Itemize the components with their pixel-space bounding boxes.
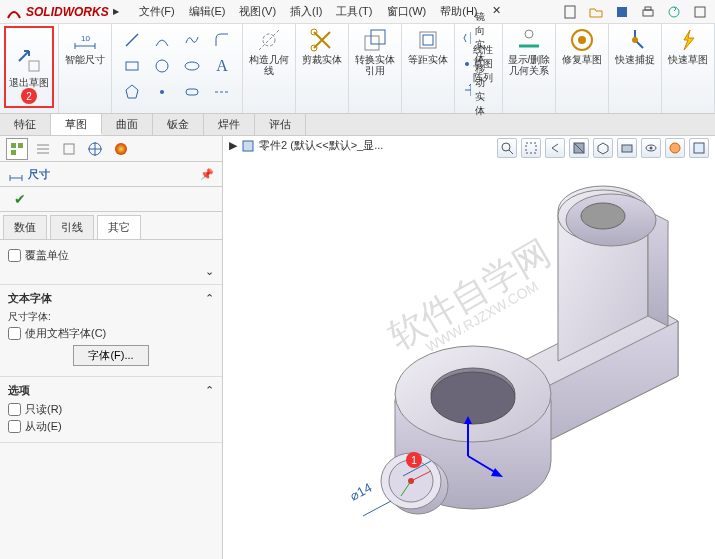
offset-entities-button[interactable]: 等距实体 (406, 26, 450, 65)
menu-edit[interactable]: 编辑(E) (189, 4, 226, 19)
offset-icon (414, 26, 442, 54)
circle-tool[interactable] (148, 54, 176, 78)
part-icon (241, 139, 255, 153)
previous-view-icon[interactable] (545, 138, 565, 158)
point-tool[interactable] (148, 80, 176, 104)
apply-scene-icon[interactable] (689, 138, 709, 158)
spline-tool[interactable] (178, 28, 206, 52)
svg-rect-38 (64, 144, 74, 154)
menu-tools[interactable]: 工具(T) (336, 4, 372, 19)
solidworks-icon (6, 4, 22, 20)
exit-sketch-button[interactable]: 退出草图 2 (4, 26, 54, 108)
svg-text:10: 10 (81, 34, 90, 43)
text-tool[interactable]: A (208, 54, 236, 78)
panel-tabs (0, 136, 222, 162)
font-button[interactable]: 字体(F)... (73, 345, 148, 366)
text-font-heading: 文本字体 (8, 291, 52, 306)
fillet-tool[interactable] (208, 28, 236, 52)
svg-rect-43 (243, 141, 253, 151)
part-model[interactable]: ⌀14 (263, 176, 693, 556)
convert-entities-button[interactable]: 转换实体引用 (353, 26, 397, 76)
trim-button[interactable]: 剪裁实体 (300, 26, 344, 65)
smart-dimension-button[interactable]: 10 智能尺寸 (63, 26, 107, 65)
lightning-icon (674, 26, 702, 54)
appearance-tab[interactable] (110, 138, 132, 160)
polygon-tool[interactable] (118, 80, 146, 104)
use-doc-font-checkbox[interactable]: 使用文档字体(C) (8, 326, 214, 341)
open-icon[interactable] (587, 3, 605, 21)
line-tool[interactable] (118, 28, 146, 52)
arc-tool[interactable] (148, 28, 176, 52)
svg-point-56 (581, 203, 625, 229)
tab-evaluate[interactable]: 评估 (255, 114, 306, 135)
rebuild-icon[interactable] (665, 3, 683, 21)
svg-rect-20 (365, 36, 379, 50)
view-orientation-icon[interactable] (593, 138, 613, 158)
menu-insert[interactable]: 插入(I) (290, 4, 322, 19)
zoom-area-icon[interactable] (521, 138, 541, 158)
menu-window[interactable]: 窗口(W) (387, 4, 427, 19)
construction-geometry-button[interactable]: 构造几何线 (247, 26, 291, 76)
slot-tool[interactable] (178, 80, 206, 104)
readonly-checkbox[interactable]: 只读(R) (8, 402, 214, 417)
tab-sheetmetal[interactable]: 钣金 (153, 114, 204, 135)
chevron-up-icon[interactable]: ⌃ (205, 292, 214, 305)
rectangle-tool[interactable] (118, 54, 146, 78)
dim-font-label: 尺寸字体: (8, 310, 214, 324)
driven-checkbox[interactable]: 从动(E) (8, 419, 214, 434)
repair-sketch-button[interactable]: 修复草图 (560, 26, 604, 65)
print-icon[interactable] (639, 3, 657, 21)
dimxpert-tab[interactable] (84, 138, 106, 160)
move-button[interactable]: 移动实体 (459, 78, 498, 102)
quick-snap-button[interactable]: 快速捕捉 (613, 26, 657, 65)
menu-file[interactable]: 文件(F) (139, 4, 175, 19)
config-manager-tab[interactable] (58, 138, 80, 160)
list-icon (35, 141, 51, 157)
menu-view[interactable]: 视图(V) (239, 4, 276, 19)
show-delete-relations-button[interactable]: 显示/删除几何关系 (507, 26, 551, 76)
hide-show-icon[interactable] (641, 138, 661, 158)
construction-icon (255, 26, 283, 54)
subtab-value[interactable]: 数值 (3, 215, 47, 239)
ok-button[interactable]: ✔ (8, 189, 32, 209)
svg-point-42 (115, 143, 127, 155)
save-icon[interactable] (613, 3, 631, 21)
display-style-icon[interactable] (617, 138, 637, 158)
repair-icon (568, 26, 596, 54)
expand-icon[interactable]: ▶ (229, 139, 237, 152)
ribbon-group-trim: 剪裁实体 (296, 24, 349, 113)
flyout-tree[interactable]: ▶ 零件2 (默认<<默认>_显... (229, 138, 383, 153)
dropdown-icon[interactable]: ▶ (113, 7, 119, 16)
svg-point-44 (502, 143, 510, 151)
graphics-area[interactable]: ▶ 零件2 (默认<<默认>_显... 软件自学网 WWW.RJZXW.COM (223, 136, 715, 559)
override-units-section: 覆盖单位 ⌄ (0, 240, 222, 285)
edit-appearance-icon[interactable] (665, 138, 685, 158)
tab-sketch[interactable]: 草图 (51, 114, 102, 135)
ribbon-group-exit: 退出草图 2 (0, 24, 59, 113)
svg-point-30 (578, 36, 586, 44)
property-manager-tab[interactable] (32, 138, 54, 160)
override-units-checkbox[interactable]: 覆盖单位 (8, 248, 214, 263)
menu-help[interactable]: 帮助(H) (440, 4, 477, 19)
rapid-sketch-button[interactable]: 快速草图 (666, 26, 710, 65)
tab-surfaces[interactable]: 曲面 (102, 114, 153, 135)
tab-features[interactable]: 特征 (0, 114, 51, 135)
section-view-icon[interactable] (569, 138, 589, 158)
pin-icon[interactable]: 📌 (200, 168, 214, 181)
subtab-other[interactable]: 其它 (97, 215, 141, 239)
svg-line-16 (259, 30, 279, 50)
subtab-leaders[interactable]: 引线 (50, 215, 94, 239)
zoom-fit-icon[interactable] (497, 138, 517, 158)
options-icon[interactable] (691, 3, 709, 21)
centerline-tool[interactable] (208, 80, 236, 104)
dimension-title: 尺寸 (28, 167, 50, 182)
feature-manager-tab[interactable] (6, 138, 28, 160)
new-icon[interactable] (561, 3, 579, 21)
chevron-up-icon[interactable]: ⌃ (205, 384, 214, 397)
tab-weldments[interactable]: 焊件 (204, 114, 255, 135)
svg-point-60 (431, 372, 515, 424)
svg-line-64 (363, 501, 391, 516)
dimension-header: 尺寸 📌 (0, 162, 222, 187)
chevron-down-icon[interactable]: ⌄ (205, 265, 214, 278)
ellipse-tool[interactable] (178, 54, 206, 78)
